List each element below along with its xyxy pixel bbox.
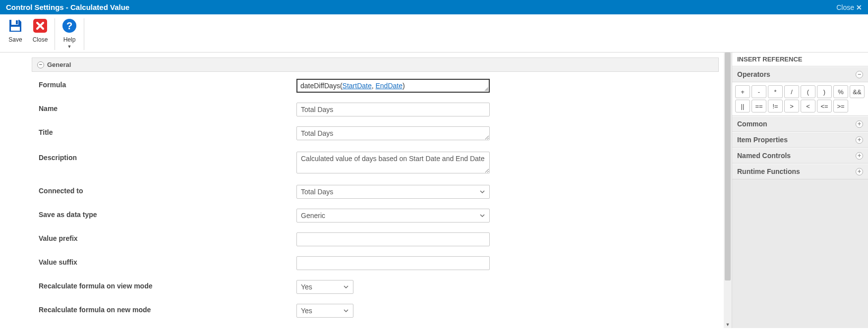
connected-to-select[interactable]: Total Days: [296, 185, 490, 199]
row-formula: Formula dateDiffDays(StartDate, EndDate)…: [32, 77, 719, 101]
scroll-down-icon[interactable]: ▼: [724, 321, 732, 328]
right-pane: INSERT REFERENCE Operators − +-*/()%&&||…: [732, 53, 868, 328]
operator-button[interactable]: /: [784, 85, 799, 98]
row-value-prefix: Value prefix: [32, 230, 719, 254]
toolbar-separator-2: [84, 18, 84, 50]
expand-plus-icon: +: [856, 168, 863, 175]
recalc-new-select[interactable]: Yes: [296, 304, 353, 318]
help-label: Help: [63, 36, 76, 43]
operator-button[interactable]: >=: [833, 100, 848, 112]
section-general-label: General: [47, 61, 71, 68]
expand-plus-icon: +: [856, 120, 863, 128]
title-input[interactable]: [296, 126, 490, 140]
acc-item-properties-header[interactable]: Item Properties +: [732, 132, 868, 148]
acc-runtime-functions-header[interactable]: Runtime Functions +: [732, 164, 868, 179]
close-button[interactable]: Close: [28, 17, 53, 43]
save-label: Save: [8, 36, 22, 43]
save-icon: [7, 17, 24, 34]
operator-button[interactable]: >: [784, 100, 799, 112]
expand-plus-icon: +: [856, 152, 863, 160]
row-title: Title: [32, 124, 719, 150]
acc-item-properties-label: Item Properties: [737, 136, 788, 144]
titlebar: Control Settings - Calculated Value Clos…: [0, 0, 868, 14]
save-as-type-select[interactable]: Generic: [296, 209, 490, 223]
save-button[interactable]: Save: [3, 17, 28, 43]
operator-button[interactable]: ==: [752, 100, 766, 112]
row-save-as-type: Save as data type Generic: [32, 207, 719, 230]
label-value-prefix: Value prefix: [39, 232, 296, 242]
operator-button[interactable]: *: [768, 85, 783, 98]
row-name: Name: [32, 101, 719, 124]
svg-rect-2: [11, 27, 20, 31]
collapse-icon: −: [37, 61, 44, 68]
operator-button[interactable]: &&: [850, 85, 865, 98]
acc-common-label: Common: [737, 120, 767, 128]
help-icon: ?: [61, 17, 78, 34]
row-description: Description: [32, 150, 719, 183]
formula-ref-enddate[interactable]: EndDate: [375, 82, 402, 90]
operators-body: +-*/()%&&||==!=><<=>=: [732, 82, 868, 116]
formula-text-prefix: dateDiffDays(: [300, 82, 343, 90]
label-title: Title: [39, 126, 296, 136]
left-pane: − General Formula dateDiffDays(StartDate…: [0, 53, 724, 328]
operator-button[interactable]: ||: [735, 100, 750, 112]
operator-button[interactable]: (: [801, 85, 815, 98]
scrollbar[interactable]: ▼: [724, 53, 732, 328]
description-input[interactable]: [296, 152, 490, 173]
close-icon: ✕: [856, 3, 862, 11]
close-link[interactable]: Close ✕: [836, 3, 862, 11]
value-suffix-input[interactable]: [296, 256, 490, 270]
acc-operators-label: Operators: [737, 70, 770, 78]
row-connected-to: Connected to Total Days: [32, 183, 719, 207]
window-title: Control Settings - Calculated Value: [6, 3, 129, 11]
value-prefix-input[interactable]: [296, 232, 490, 246]
row-value-suffix: Value suffix: [32, 254, 719, 278]
recalc-view-select[interactable]: Yes: [296, 280, 353, 294]
section-general-header[interactable]: − General: [32, 57, 719, 72]
svg-rect-1: [16, 20, 18, 24]
operator-button[interactable]: %: [833, 85, 848, 98]
label-value-suffix: Value suffix: [39, 256, 296, 266]
svg-text:?: ?: [66, 20, 72, 31]
close-toolbar-label: Close: [33, 36, 48, 43]
label-description: Description: [39, 152, 296, 162]
formula-text-suffix: ): [403, 82, 405, 90]
label-recalc-new: Recalculate formula on new mode: [39, 304, 296, 314]
close-label: Close: [836, 3, 854, 11]
scrollbar-thumb[interactable]: [725, 53, 731, 280]
name-input[interactable]: [296, 103, 490, 116]
operator-button[interactable]: !=: [768, 100, 783, 112]
right-spacer: [732, 179, 868, 328]
acc-named-controls-label: Named Controls: [737, 152, 791, 160]
insert-reference-header: INSERT REFERENCE: [732, 53, 868, 66]
label-recalc-view: Recalculate formula on view mode: [39, 280, 296, 290]
toolbar-separator: [55, 18, 55, 50]
resize-handle-icon[interactable]: ◢: [484, 86, 488, 91]
formula-input[interactable]: dateDiffDays(StartDate, EndDate) ◢: [296, 79, 490, 93]
toolbar: Save Close ? Help ▼: [0, 14, 868, 53]
collapse-minus-icon: −: [856, 71, 863, 78]
operator-button[interactable]: -: [752, 85, 766, 98]
close-toolbar-icon: [32, 17, 49, 34]
expand-plus-icon: +: [856, 136, 863, 144]
label-formula: Formula: [39, 79, 296, 89]
chevron-down-icon: ▼: [67, 44, 72, 49]
label-name: Name: [39, 103, 296, 112]
acc-common-header[interactable]: Common +: [732, 116, 868, 132]
main: − General Formula dateDiffDays(StartDate…: [0, 53, 868, 328]
label-connected-to: Connected to: [39, 185, 296, 195]
operators-grid: +-*/()%&&||==!=><<=>=: [735, 85, 865, 112]
label-save-as-type: Save as data type: [39, 209, 296, 219]
row-recalc-view: Recalculate formula on view mode Yes: [32, 278, 719, 302]
acc-named-controls-header[interactable]: Named Controls +: [732, 148, 868, 164]
help-button[interactable]: ? Help ▼: [57, 17, 82, 49]
operator-button[interactable]: <=: [817, 100, 832, 112]
acc-operators-header[interactable]: Operators −: [732, 66, 868, 82]
acc-runtime-functions-label: Runtime Functions: [737, 168, 800, 175]
row-recalc-new: Recalculate formula on new mode Yes: [32, 302, 719, 326]
operator-button[interactable]: ): [817, 85, 832, 98]
formula-ref-startdate[interactable]: StartDate: [343, 82, 372, 90]
operator-button[interactable]: +: [735, 85, 750, 98]
operator-button[interactable]: <: [801, 100, 815, 112]
accordion: Operators − +-*/()%&&||==!=><<=>= Common…: [732, 66, 868, 179]
